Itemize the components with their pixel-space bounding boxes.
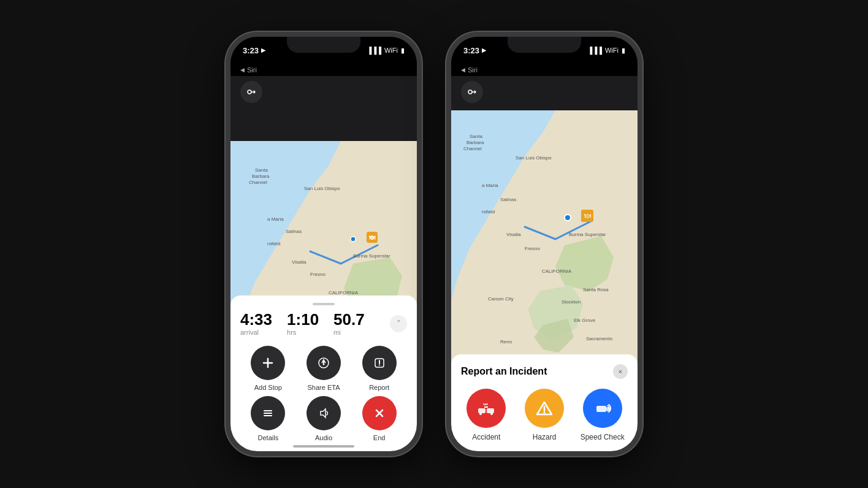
svg-rect-70 bbox=[596, 406, 606, 412]
add-stop-label: Add Stop bbox=[254, 384, 282, 391]
siri-label-1: Siri bbox=[247, 66, 257, 74]
incident-grid: Accident Hazard bbox=[461, 389, 628, 441]
svg-point-63 bbox=[490, 413, 493, 415]
phone-2: 3:23 ▶ ▐▐▐ WiFi ▮ ◀ Siri bbox=[446, 32, 642, 456]
svg-text:Santa: Santa bbox=[470, 134, 482, 139]
add-stop-button[interactable]: Add Stop bbox=[240, 346, 296, 391]
action-grid: Add Stop Share ETA bbox=[240, 346, 407, 441]
share-eta-button[interactable]: Share ETA bbox=[296, 346, 352, 391]
svg-text:Carson City: Carson City bbox=[488, 296, 514, 302]
svg-point-69 bbox=[544, 412, 546, 414]
svg-text:Santa Rosa: Santa Rosa bbox=[583, 287, 609, 292]
svg-point-36 bbox=[565, 215, 571, 221]
end-label: End bbox=[373, 434, 386, 441]
svg-text:a Maria: a Maria bbox=[482, 183, 498, 188]
svg-text:Fresno: Fresno bbox=[525, 246, 540, 251]
svg-point-3 bbox=[351, 237, 356, 242]
svg-text:San Luis Obispo: San Luis Obispo bbox=[516, 155, 552, 161]
svg-text:CALIFORNIA: CALIFORNIA bbox=[542, 269, 572, 274]
details-label: Details bbox=[258, 434, 279, 441]
status-right-2: ▐▐▐ WiFi ▮ bbox=[588, 47, 625, 55]
svg-text:Elk Grove: Elk Grove bbox=[574, 318, 596, 323]
report-panel: Report an Incident × bbox=[451, 354, 638, 451]
end-button[interactable]: End bbox=[351, 396, 407, 441]
speed-check-label: Speed Check bbox=[581, 433, 625, 441]
back-chevron-icon: ◀ bbox=[240, 67, 245, 73]
details-button[interactable]: Details bbox=[240, 396, 296, 441]
report-title: Report an Incident bbox=[461, 366, 547, 377]
close-report-button[interactable]: × bbox=[613, 364, 628, 379]
battery-icon-2: ▮ bbox=[622, 47, 625, 55]
status-time-1: 3:23 ▶ bbox=[243, 46, 265, 55]
svg-text:Fresno: Fresno bbox=[310, 272, 326, 277]
home-indicator-1 bbox=[293, 445, 354, 448]
svg-text:🍽: 🍽 bbox=[584, 212, 591, 219]
siri-bar-1: ◀ Siri bbox=[230, 64, 417, 76]
svg-point-0 bbox=[248, 90, 251, 94]
audio-label: Audio bbox=[315, 434, 332, 441]
svg-text:a Maria: a Maria bbox=[267, 216, 284, 222]
svg-point-24 bbox=[322, 364, 324, 365]
location-arrow-icon-2: ▶ bbox=[482, 47, 486, 53]
phone-1: 3:23 ▶ ▐▐▐ WiFi ▮ ◀ Siri bbox=[226, 32, 422, 456]
notch-2 bbox=[508, 37, 581, 53]
wifi-icon-2: WiFi bbox=[605, 47, 619, 54]
report-button[interactable]: Report bbox=[351, 346, 407, 391]
svg-text:Salinas: Salinas bbox=[500, 197, 516, 202]
svg-text:Burma Superstar: Burma Superstar bbox=[353, 253, 390, 259]
audio-button[interactable]: Audio bbox=[296, 396, 352, 441]
accident-button[interactable]: Accident bbox=[461, 389, 512, 441]
svg-point-27 bbox=[379, 365, 380, 366]
nav-panel-1: 4:33 arrival 1:10 hrs 50.7 mi ˅ bbox=[230, 295, 417, 451]
svg-text:rsfield: rsfield bbox=[482, 209, 495, 215]
svg-text:Channel: Channel bbox=[463, 146, 482, 151]
home-indicator-2 bbox=[514, 445, 575, 448]
speed-check-button[interactable]: Speed Check bbox=[577, 389, 628, 441]
report-label: Report bbox=[369, 384, 389, 391]
svg-text:Santa: Santa bbox=[255, 167, 268, 173]
siri-label-2: Siri bbox=[468, 66, 478, 74]
expand-chevron-icon[interactable]: ˅ bbox=[390, 315, 407, 332]
signal-icon-2: ▐▐▐ bbox=[588, 47, 602, 54]
wifi-icon: WiFi bbox=[384, 47, 398, 54]
panel-handle-1 bbox=[313, 303, 335, 305]
hazard-label: Hazard bbox=[533, 433, 557, 441]
siri-bar-2: ◀ Siri bbox=[451, 64, 638, 76]
svg-text:San Luis Obispo: San Luis Obispo bbox=[304, 186, 340, 191]
svg-line-66 bbox=[487, 403, 487, 405]
svg-text:Burma Superstar: Burma Superstar bbox=[569, 232, 606, 237]
svg-rect-60 bbox=[478, 408, 485, 413]
svg-text:Barbara: Barbara bbox=[252, 173, 270, 179]
signal-icon: ▐▐▐ bbox=[367, 47, 381, 54]
nav-back-button-2[interactable] bbox=[461, 81, 483, 103]
svg-text:CALIFORNIA: CALIFORNIA bbox=[329, 290, 359, 295]
duration-stat: 1:10 hrs bbox=[287, 311, 319, 336]
share-eta-label: Share ETA bbox=[307, 384, 340, 391]
back-chevron-icon-2: ◀ bbox=[461, 67, 465, 73]
hazard-icon-circle bbox=[525, 389, 564, 428]
location-arrow-icon: ▶ bbox=[261, 47, 265, 53]
report-header: Report an Incident × bbox=[461, 364, 628, 379]
distance-stat: 50.7 mi bbox=[333, 311, 365, 336]
svg-text:Visalia: Visalia bbox=[292, 259, 306, 265]
svg-text:Barbara: Barbara bbox=[466, 140, 484, 145]
svg-point-62 bbox=[479, 413, 482, 415]
hazard-button[interactable]: Hazard bbox=[519, 389, 570, 441]
svg-text:Stockton: Stockton bbox=[562, 299, 581, 305]
accident-icon-circle bbox=[466, 389, 506, 428]
arrival-stat: 4:33 arrival bbox=[240, 311, 272, 336]
svg-line-67 bbox=[484, 403, 484, 405]
svg-text:Salinas: Salinas bbox=[286, 229, 302, 234]
svg-rect-61 bbox=[487, 408, 494, 413]
trip-info: 4:33 arrival 1:10 hrs 50.7 mi ˅ bbox=[240, 311, 407, 336]
svg-point-33 bbox=[468, 90, 472, 94]
nav-back-button-1[interactable] bbox=[240, 81, 262, 103]
battery-icon: ▮ bbox=[401, 47, 405, 55]
scene: 3:23 ▶ ▐▐▐ WiFi ▮ ◀ Siri bbox=[0, 0, 868, 488]
notch-1 bbox=[287, 37, 360, 53]
speed-check-icon-circle bbox=[583, 389, 622, 428]
svg-text:rsfield: rsfield bbox=[267, 241, 280, 246]
status-time-2: 3:23 ▶ bbox=[463, 46, 486, 55]
svg-text:Reno: Reno bbox=[500, 339, 512, 345]
accident-label: Accident bbox=[472, 433, 500, 441]
